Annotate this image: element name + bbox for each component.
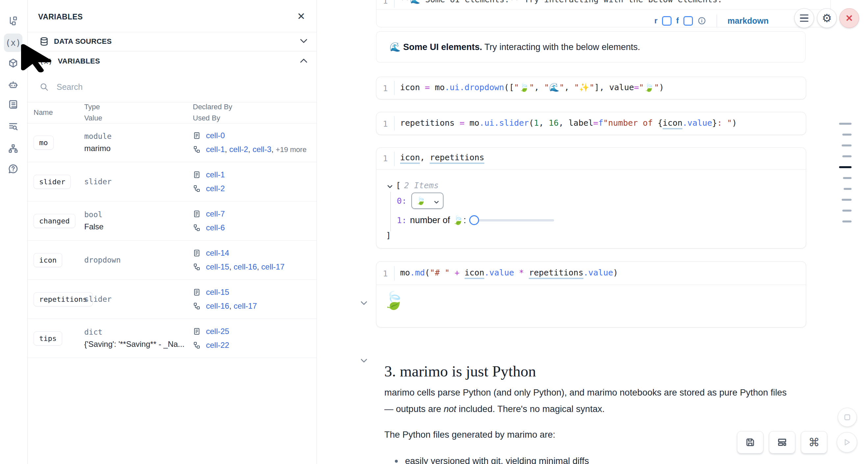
- more-cells-label[interactable]: +19 more: [276, 146, 307, 154]
- variable-name-badge[interactable]: slider: [34, 175, 71, 189]
- collapse-output-chevron-icon[interactable]: [361, 301, 367, 306]
- item-index: 0:: [397, 196, 407, 206]
- minimap-cell-marker[interactable]: [842, 220, 851, 222]
- search-input[interactable]: [56, 82, 255, 92]
- layout-button[interactable]: [769, 431, 795, 454]
- code-line[interactable]: mo.md("# " + icon.value * repetitions.va…: [400, 268, 618, 277]
- menu-button[interactable]: [794, 8, 814, 28]
- code-cell-tuple[interactable]: 1 icon, repetitions [ 2 Items 0: 🍃 1: nu…: [376, 148, 806, 248]
- variable-name-badge[interactable]: mo: [34, 135, 54, 150]
- items-count: 2 Items: [404, 181, 439, 190]
- variables-fx-icon[interactable]: (x): [4, 34, 22, 52]
- scratchpad-scroll-icon[interactable]: [4, 95, 22, 114]
- shutdown-button[interactable]: ✕: [839, 8, 859, 28]
- code-cell-dropdown[interactable]: 1 icon = mo.ui.dropdown(["🍃", "🌊", "✨"],…: [376, 77, 806, 99]
- robot-icon[interactable]: [4, 76, 22, 94]
- code-line[interactable]: icon, repetitions: [400, 153, 484, 162]
- cell-link[interactable]: cell-17: [234, 302, 257, 310]
- cell-link[interactable]: cell-1: [206, 170, 225, 179]
- minimap-cell-marker[interactable]: [842, 210, 851, 212]
- file-tree-icon[interactable]: [4, 12, 22, 30]
- dependency-graph-icon[interactable]: [4, 140, 22, 158]
- minimap-cell-marker[interactable]: [842, 145, 851, 147]
- cell-link[interactable]: cell-25: [206, 327, 229, 336]
- chevron-down-icon[interactable]: [387, 181, 393, 190]
- minimap-cell-marker[interactable]: [842, 155, 851, 157]
- variable-name-badge[interactable]: tips: [34, 331, 62, 345]
- chevron-up-icon[interactable]: [300, 58, 307, 64]
- minimap-cell-marker[interactable]: [842, 199, 851, 201]
- minimap-cell-marker[interactable]: [842, 133, 851, 135]
- cell-link[interactable]: cell-15: [206, 262, 229, 271]
- minimap-cell-marker[interactable]: [843, 177, 851, 179]
- code-cell-md[interactable]: 1 mo.md("# " + icon.value * repetitions.…: [376, 261, 806, 328]
- save-button[interactable]: [737, 431, 763, 454]
- slider-knob[interactable]: [469, 215, 479, 225]
- variable-value: {'Saving': '**Saving** - _Na...: [84, 340, 189, 349]
- declared-by-line: cell-14: [193, 248, 316, 258]
- dropdown-select[interactable]: 🍃: [411, 192, 443, 209]
- cell-link[interactable]: cell-16: [206, 302, 229, 310]
- help-bubble-icon[interactable]: [4, 160, 22, 178]
- cell-link[interactable]: cell-2: [206, 184, 225, 193]
- close-bracket: ]: [386, 231, 391, 240]
- data-sources-section-header[interactable]: DATA SOURCES: [28, 32, 316, 51]
- cell-link[interactable]: cell-17: [261, 262, 285, 271]
- language-label[interactable]: markdown: [727, 16, 769, 26]
- cell-link[interactable]: cell-3: [252, 145, 271, 154]
- collapse-section-chevron-icon[interactable]: [361, 358, 367, 364]
- cell-link[interactable]: cell-7: [206, 209, 225, 218]
- leaf-output-emoji: 🍃: [383, 290, 404, 311]
- close-panel-button[interactable]: ✕: [297, 11, 305, 21]
- panel-header: VARIABLES ✕: [28, 0, 316, 32]
- minimap-cell-marker[interactable]: [839, 123, 851, 125]
- chevron-down-icon[interactable]: [300, 38, 307, 44]
- minimap-cell-marker[interactable]: [844, 188, 851, 190]
- cell-link[interactable]: cell-1: [206, 145, 225, 154]
- variables-search: [28, 72, 316, 102]
- minimap-cell-marker[interactable]: [839, 166, 851, 168]
- repetitions-slider[interactable]: [469, 215, 555, 225]
- cell-minimap[interactable]: [838, 123, 851, 222]
- slider-track[interactable]: [474, 219, 554, 221]
- stop-button[interactable]: [838, 408, 857, 427]
- cell-link[interactable]: cell-15: [206, 288, 229, 297]
- markdown-editor-cell[interactable]: 1 **🌊 Some UI elements.** Try interactin…: [376, 0, 831, 27]
- info-icon[interactable]: [698, 17, 706, 25]
- declared-by-links: cell-1: [206, 170, 225, 179]
- dropdown-value: 🍃: [416, 196, 426, 205]
- declared-by-links: cell-7: [206, 209, 225, 218]
- code-line[interactable]: repetitions = mo.ui.slider(1, 16, label=…: [400, 118, 737, 128]
- save-floppy-icon: [745, 437, 755, 447]
- run-button[interactable]: [837, 432, 857, 453]
- search-icon: [39, 82, 49, 91]
- cell-link[interactable]: cell-14: [206, 248, 229, 257]
- cell-link[interactable]: cell-22: [206, 341, 229, 349]
- code-line[interactable]: **🌊 Some UI elements.** Try interacting …: [400, 0, 722, 4]
- search-logs-icon[interactable]: [4, 118, 22, 136]
- code-line[interactable]: icon = mo.ui.dropdown(["🍃", "🌊", "✨"], v…: [400, 83, 664, 92]
- keyboard-shortcuts-button[interactable]: ⌘: [801, 431, 827, 454]
- cell-link[interactable]: cell-0: [206, 131, 225, 140]
- package-cube-icon[interactable]: [4, 54, 22, 73]
- r-toggle-checkbox[interactable]: [662, 16, 672, 26]
- variable-name-badge[interactable]: changed: [34, 214, 75, 228]
- variable-name-badge[interactable]: repetitions: [34, 292, 93, 306]
- slider-label: number of 🍃:: [410, 215, 466, 225]
- used-by-link-icon: [193, 262, 202, 271]
- variables-section-header[interactable]: (x) VARIABLES: [28, 51, 316, 71]
- f-toggle-checkbox[interactable]: [683, 16, 693, 26]
- cell-link[interactable]: cell-16: [234, 262, 257, 271]
- cell-link[interactable]: cell-6: [206, 223, 225, 232]
- declared-by-line: cell-0: [193, 131, 316, 140]
- code-cell-slider[interactable]: 1 repetitions = mo.ui.slider(1, 16, labe…: [376, 112, 806, 135]
- settings-button[interactable]: ⚙: [817, 8, 837, 28]
- cell-link[interactable]: cell-2: [229, 145, 248, 154]
- section-heading: 3. marimo is just Python: [384, 362, 536, 380]
- used-by-link-icon: [193, 341, 202, 349]
- variable-name-badge[interactable]: icon: [34, 253, 62, 267]
- used-by-links: cell-16, cell-17: [206, 302, 257, 311]
- variables-table-header: Name Type Value Declared By Used By: [28, 102, 316, 123]
- col-used-by: Used By: [193, 114, 316, 122]
- used-by-line: cell-16, cell-17: [193, 302, 316, 311]
